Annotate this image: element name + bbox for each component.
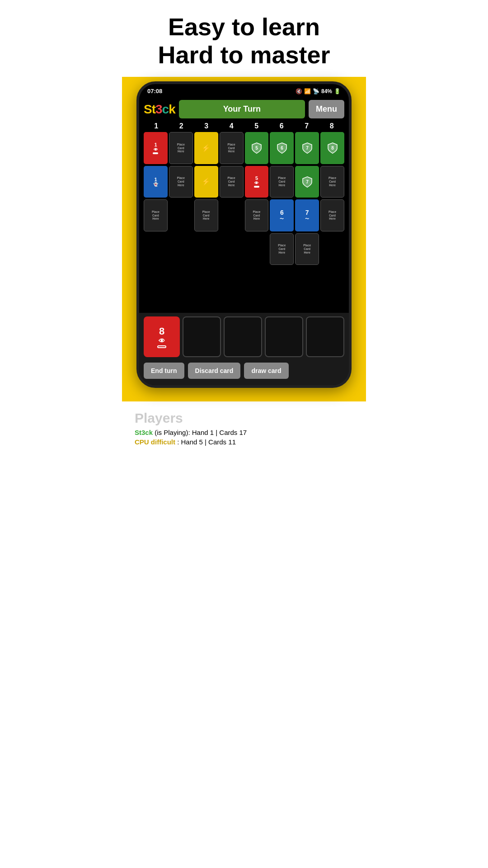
yellow-section: 07:08 🔇 📶 📡 84% 🔋 St3ck Your Turn Menu bbox=[122, 77, 366, 401]
card-r4c4 bbox=[220, 233, 244, 265]
card-r1c5[interactable]: 5 bbox=[245, 132, 269, 164]
action-buttons: End turn Discard card draw card bbox=[144, 361, 344, 382]
hand-card-deco bbox=[157, 345, 166, 348]
players-section: Players St3ck (is Playing): Hand 1 | Car… bbox=[122, 401, 366, 458]
card-r1c2[interactable]: PlaceCardHere bbox=[169, 132, 193, 164]
col-header-7: 7 bbox=[294, 122, 319, 130]
player2-name: CPU difficult bbox=[135, 438, 175, 446]
svg-text:5: 5 bbox=[255, 146, 258, 151]
card-r3c7[interactable]: 7 〜 bbox=[295, 199, 319, 231]
svg-text:6: 6 bbox=[281, 146, 283, 151]
card-r2c5[interactable]: 5 👁 bbox=[245, 166, 269, 198]
hand-card-num: 8 bbox=[159, 326, 164, 337]
shield-icon: 6 bbox=[277, 142, 287, 154]
card-r3c6[interactable]: 6 〜 bbox=[270, 199, 294, 231]
top-banner: Easy to learn Hard to master bbox=[122, 0, 366, 77]
card-r4c8 bbox=[320, 233, 344, 265]
svg-text:7: 7 bbox=[306, 179, 309, 184]
card-r4c1 bbox=[144, 233, 168, 265]
card-r1c4[interactable]: PlaceCardHere bbox=[220, 132, 244, 164]
board-row-3: PlaceCardHere PlaceCardHere PlaceCardHer… bbox=[144, 199, 344, 231]
card-r4c2 bbox=[169, 233, 193, 265]
card-r2c6[interactable]: PlaceCardHere bbox=[270, 166, 294, 198]
shield-icon: 8 bbox=[327, 142, 338, 154]
banner-line1: Easy to learn bbox=[131, 13, 357, 41]
card-r2c1[interactable]: 1 👻 bbox=[144, 166, 168, 198]
card-r3c8[interactable]: PlaceCardHere bbox=[320, 199, 344, 231]
card-r1c6[interactable]: 6 bbox=[270, 132, 294, 164]
menu-button[interactable]: Menu bbox=[309, 100, 344, 118]
time: 07:08 bbox=[147, 88, 162, 94]
card-r1c3[interactable]: ⚡ bbox=[194, 132, 218, 164]
card-r3c5[interactable]: PlaceCardHere bbox=[245, 199, 269, 231]
players-title: Players bbox=[135, 410, 353, 426]
player1-name: St3ck bbox=[135, 429, 153, 436]
col-header-3: 3 bbox=[194, 122, 219, 130]
hand-card-1[interactable]: 8 👁 bbox=[144, 316, 180, 357]
your-turn-button[interactable]: Your Turn bbox=[179, 100, 305, 118]
card-r2c4[interactable]: PlaceCardHere bbox=[220, 166, 244, 198]
hand-section: 8 👁 End turn Discard card draw card bbox=[139, 313, 349, 385]
discard-card-button[interactable]: Discard card bbox=[188, 363, 241, 379]
hand-card-5[interactable] bbox=[306, 316, 344, 357]
hand-cards: 8 👁 bbox=[144, 316, 344, 357]
svg-text:8: 8 bbox=[331, 146, 334, 151]
game-screen: St3ck Your Turn Menu 1 2 3 4 5 6 7 8 bbox=[139, 96, 349, 272]
card-r3c1[interactable]: PlaceCardHere bbox=[144, 199, 168, 231]
card-r2c7[interactable]: 7 bbox=[295, 166, 319, 198]
card-r2c8[interactable]: PlaceCardHere bbox=[320, 166, 344, 198]
board-row-4: PlaceCardHere PlaceCardHere bbox=[144, 233, 344, 265]
logo: St3ck bbox=[144, 102, 175, 117]
phone-frame: 07:08 🔇 📶 📡 84% 🔋 St3ck Your Turn Menu bbox=[136, 81, 352, 388]
shield-icon: 7 bbox=[302, 142, 313, 154]
hand-card-eye: 👁 bbox=[159, 337, 165, 344]
wifi-icon: 📶 bbox=[304, 88, 311, 94]
card-r4c7[interactable]: PlaceCardHere bbox=[295, 233, 319, 265]
card-r4c3 bbox=[194, 233, 218, 265]
status-right: 🔇 📶 📡 84% 🔋 bbox=[296, 88, 341, 94]
shield-icon: 5 bbox=[251, 142, 262, 154]
end-turn-button[interactable]: End turn bbox=[144, 363, 184, 379]
card-r3c3[interactable]: PlaceCardHere bbox=[194, 199, 218, 231]
card-deco bbox=[153, 152, 158, 154]
draw-card-button[interactable]: draw card bbox=[244, 363, 288, 379]
player1-info: (is Playing): Hand 1 | Cards 17 bbox=[155, 429, 247, 436]
hand-card-2[interactable] bbox=[183, 316, 221, 357]
card-eye-icon: 👁 bbox=[154, 147, 158, 152]
player-row-1: St3ck (is Playing): Hand 1 | Cards 17 bbox=[135, 429, 353, 436]
empty-board-space bbox=[139, 272, 349, 313]
board-row-2: 1 👻 PlaceCardHere ⚡ PlaceCardHere 5 bbox=[144, 166, 344, 198]
card-r2c2[interactable]: PlaceCardHere bbox=[169, 166, 193, 198]
card-r1c1[interactable]: 1 👁 bbox=[144, 132, 168, 164]
card-lightning: ⚡ bbox=[202, 144, 211, 152]
card-r4c6[interactable]: PlaceCardHere bbox=[270, 233, 294, 265]
col-header-2: 2 bbox=[169, 122, 194, 130]
col-header-8: 8 bbox=[319, 122, 345, 130]
col-header-4: 4 bbox=[219, 122, 244, 130]
col-header-1: 1 bbox=[144, 122, 169, 130]
board-row-1: 1 👁 PlaceCardHere ⚡ PlaceCardHere bbox=[144, 132, 344, 164]
card-r2c3[interactable]: ⚡ bbox=[194, 166, 218, 198]
status-bar: 07:08 🔇 📶 📡 84% 🔋 bbox=[139, 84, 349, 96]
hand-card-3[interactable] bbox=[224, 316, 262, 357]
card-r1c8[interactable]: 8 bbox=[320, 132, 344, 164]
card-r1c7[interactable]: 7 bbox=[295, 132, 319, 164]
battery-icon: 🔋 bbox=[334, 88, 341, 94]
card-r4c5 bbox=[245, 233, 269, 265]
card-r3c4 bbox=[220, 199, 244, 231]
column-headers: 1 2 3 4 5 6 7 8 bbox=[144, 122, 344, 130]
signal-icon: 📡 bbox=[313, 88, 319, 94]
battery-text: 84% bbox=[321, 88, 332, 94]
mute-icon: 🔇 bbox=[296, 88, 302, 94]
card-r3c2 bbox=[169, 199, 193, 231]
col-header-6: 6 bbox=[269, 122, 295, 130]
col-header-5: 5 bbox=[244, 122, 269, 130]
player-row-2: CPU difficult : Hand 5 | Cards 11 bbox=[135, 438, 353, 446]
card-num: 1 bbox=[154, 142, 157, 147]
svg-text:7: 7 bbox=[306, 146, 309, 151]
banner-line2: Hard to master bbox=[131, 41, 357, 69]
player2-info: : Hand 5 | Cards 11 bbox=[177, 438, 236, 446]
hand-card-4[interactable] bbox=[265, 316, 303, 357]
shield-icon: 7 bbox=[302, 176, 313, 188]
top-bar: St3ck Your Turn Menu bbox=[144, 100, 344, 118]
